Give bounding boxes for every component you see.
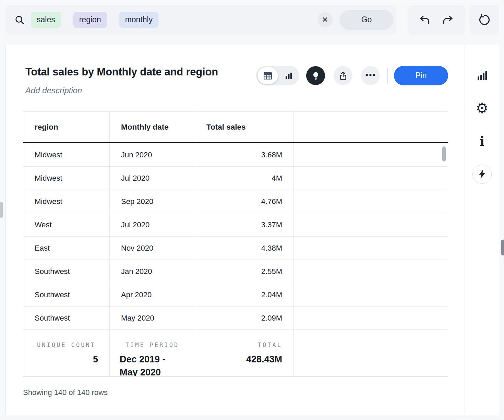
cell-date: Apr 2020 — [110, 283, 195, 306]
right-rail: ⚙ i — [465, 45, 499, 415]
info-icon: i — [480, 135, 484, 148]
summary-total-label: TOTAL — [205, 341, 284, 348]
table-row[interactable]: Midwest Jun 2020 3.68M — [23, 143, 448, 167]
undo-button[interactable] — [419, 14, 431, 26]
cell-sales: 4M — [195, 167, 294, 190]
summary-total: TOTAL 428.43M — [195, 330, 294, 376]
reset-button[interactable] — [478, 14, 491, 26]
chart-config-button[interactable] — [472, 66, 492, 85]
share-button[interactable] — [334, 66, 352, 85]
summary-time-period: TIME PERIOD Dec 2019 - May 2020 — [110, 330, 195, 376]
cell-sales: 4.76M — [195, 190, 294, 213]
summary-row: UNIQUE COUNT 5 TIME PERIOD Dec 2019 - Ma… — [23, 330, 448, 376]
clear-search-button[interactable]: ✕ — [317, 12, 333, 27]
redo-icon — [442, 14, 454, 26]
summary-unique-count: UNIQUE COUNT 5 — [23, 330, 110, 376]
search-token-region[interactable]: region — [73, 12, 107, 28]
search-bar[interactable]: sales region monthly ✕ Go — [5, 5, 396, 34]
more-options-button[interactable]: ⋯ — [361, 66, 380, 85]
cell-empty — [294, 143, 448, 166]
cell-region: Midwest — [23, 143, 110, 166]
table-header-row: region Monthly date Total sales — [23, 112, 448, 143]
toolbar-divider — [387, 68, 388, 84]
cell-region: East — [23, 237, 110, 260]
redo-button[interactable] — [442, 14, 454, 26]
table-view-button[interactable] — [257, 67, 278, 84]
right-panel-handle[interactable] — [501, 240, 504, 255]
cell-region: Southwest — [23, 283, 110, 306]
search-token-sales[interactable]: sales — [31, 12, 61, 28]
summary-time-period-value: Dec 2019 - May 2020 — [120, 353, 185, 376]
history-panel — [408, 5, 465, 34]
cell-empty — [294, 167, 448, 190]
answer-content: Total sales by Monthly date and region A… — [6, 45, 465, 415]
cell-empty — [294, 260, 448, 283]
table-row[interactable]: West Jul 2020 3.37M — [23, 213, 448, 237]
table-scrollbar[interactable] — [442, 146, 446, 161]
column-header-region[interactable]: region — [23, 112, 110, 142]
ellipsis-icon: ⋯ — [365, 69, 376, 82]
table-view-icon — [263, 72, 272, 80]
gear-icon: ⚙ — [476, 101, 489, 116]
search-token-monthly[interactable]: monthly — [119, 12, 159, 28]
cell-date: Jan 2020 — [110, 260, 195, 283]
row-count-status: Showing 140 of 140 rows — [23, 388, 108, 397]
answer-card: Total sales by Monthly date and region A… — [5, 45, 499, 415]
cell-region: Southwest — [23, 260, 110, 283]
cell-sales: 4.38M — [195, 237, 294, 260]
reset-icon — [478, 14, 491, 26]
cell-region: West — [23, 213, 110, 236]
pin-button[interactable]: Pin — [394, 66, 448, 85]
add-description-link[interactable]: Add description — [25, 86, 82, 95]
cell-sales: 2.55M — [195, 260, 294, 283]
left-panel-handle[interactable] — [0, 202, 3, 218]
lightning-icon — [478, 169, 486, 179]
cell-region: Midwest — [23, 167, 110, 190]
cell-date: Jul 2020 — [110, 213, 195, 236]
summary-unique-count-value: 5 — [33, 353, 99, 366]
lightbulb-icon — [311, 71, 320, 80]
cell-region: Southwest — [23, 307, 110, 329]
cell-empty — [294, 283, 448, 306]
cell-empty — [294, 190, 448, 213]
table-row[interactable]: Southwest Jan 2020 2.55M — [23, 260, 448, 283]
cell-date: Jul 2020 — [110, 167, 195, 190]
chart-view-icon — [285, 72, 293, 80]
table-row[interactable]: East Nov 2020 4.38M — [23, 237, 448, 260]
table-row[interactable]: Midwest Jul 2020 4M — [23, 167, 448, 190]
spotiq-button[interactable] — [472, 165, 492, 184]
column-header-empty — [294, 112, 448, 142]
search-icon — [14, 15, 25, 25]
cell-sales: 3.37M — [195, 213, 294, 236]
insights-button[interactable] — [306, 66, 325, 85]
cell-sales: 3.68M — [195, 143, 294, 166]
column-header-monthly-date[interactable]: Monthly date — [110, 112, 195, 142]
cell-region: Midwest — [23, 190, 110, 213]
column-header-total-sales[interactable]: Total sales — [195, 112, 294, 142]
cell-empty — [294, 213, 448, 236]
close-icon: ✕ — [322, 15, 328, 24]
app-screen: sales region monthly ✕ Go — [0, 0, 504, 420]
go-button[interactable]: Go — [339, 10, 394, 30]
table-row[interactable]: Southwest Apr 2020 2.04M — [23, 283, 448, 307]
table-row[interactable]: Midwest Sep 2020 4.76M — [23, 190, 448, 213]
summary-time-period-label: TIME PERIOD — [120, 341, 185, 348]
settings-button[interactable]: ⚙ — [472, 99, 492, 118]
cell-date: Jun 2020 — [110, 143, 195, 166]
summary-empty — [294, 330, 448, 376]
info-button[interactable]: i — [472, 132, 492, 151]
summary-unique-count-label: UNIQUE COUNT — [33, 341, 99, 348]
cell-date: May 2020 — [110, 307, 195, 329]
cell-empty — [294, 307, 448, 329]
view-toggle — [256, 66, 299, 85]
cell-date: Nov 2020 — [110, 237, 195, 260]
chart-view-button[interactable] — [278, 66, 299, 85]
cell-date: Sep 2020 — [110, 190, 195, 213]
undo-icon — [419, 14, 431, 26]
reset-panel — [470, 5, 499, 34]
page-title: Total sales by Monthly date and region — [25, 66, 218, 78]
summary-total-value: 428.43M — [205, 353, 284, 366]
share-icon — [338, 71, 348, 81]
cell-sales: 2.09M — [195, 307, 294, 329]
table-row[interactable]: Southwest May 2020 2.09M — [23, 307, 448, 330]
